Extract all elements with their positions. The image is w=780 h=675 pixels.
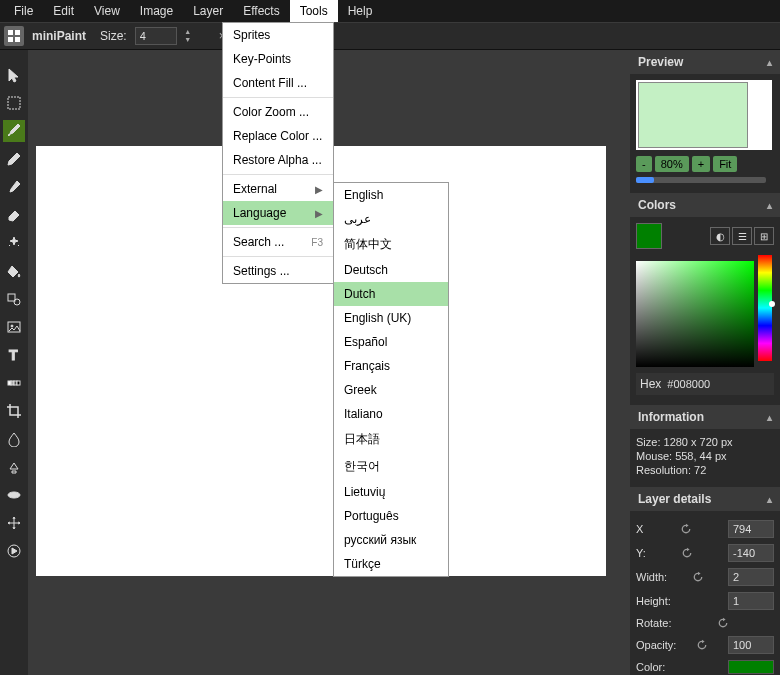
move-tool[interactable] (3, 512, 25, 534)
color-gradient[interactable] (636, 261, 754, 367)
fill-tool[interactable] (3, 260, 25, 282)
pencil-tool[interactable] (3, 148, 25, 170)
opacity-input[interactable] (728, 636, 774, 654)
brand-name: miniPaint (32, 29, 86, 43)
lang-item[interactable]: 한국어 (334, 453, 448, 480)
menu-image[interactable]: Image (130, 0, 183, 22)
zoom-out-button[interactable]: - (636, 156, 652, 172)
play-tool[interactable] (3, 540, 25, 562)
lang-item[interactable]: Greek (334, 378, 448, 402)
preview-thumbnail[interactable] (638, 82, 748, 148)
menu-tools[interactable]: Tools (290, 0, 338, 22)
color-mode-circle[interactable]: ◐ (710, 227, 730, 245)
eraser-tool[interactable] (3, 204, 25, 226)
tools-item-sprites[interactable]: Sprites (223, 23, 333, 47)
tools-item-search-[interactable]: Search ...F3 (223, 230, 333, 254)
lang-item[interactable]: Türkçe (334, 552, 448, 576)
text-tool[interactable]: T (3, 344, 25, 366)
lang-item[interactable]: English (UK) (334, 306, 448, 330)
hex-label: Hex (640, 377, 661, 391)
color-mode-list[interactable]: ☰ (732, 227, 752, 245)
tools-item-restore-alpha-[interactable]: Restore Alpha ... (223, 148, 333, 172)
image-tool[interactable] (3, 316, 25, 338)
menu-help[interactable]: Help (338, 0, 383, 22)
gradient-tool[interactable] (3, 372, 25, 394)
y-input[interactable] (728, 544, 774, 562)
reset-icon[interactable] (695, 638, 709, 652)
lang-item[interactable]: Deutsch (334, 258, 448, 282)
lang-item[interactable]: Lietuvių (334, 480, 448, 504)
layer-color-swatch[interactable] (728, 660, 774, 674)
zoom-slider[interactable] (636, 177, 766, 183)
magic-tool[interactable] (3, 232, 25, 254)
collapse-icon[interactable]: ▴ (767, 494, 772, 505)
menu-effects[interactable]: Effects (233, 0, 289, 22)
chevron-right-icon: ▶ (315, 208, 323, 219)
height-input[interactable] (728, 592, 774, 610)
x-input[interactable] (728, 520, 774, 538)
menu-layer[interactable]: Layer (183, 0, 233, 22)
layer-details-panel: Layer details▴ X Y: Width: Height: Rotat… (630, 487, 780, 675)
menu-file[interactable]: File (4, 0, 43, 22)
color-mode-grid[interactable]: ⊞ (754, 227, 774, 245)
lang-item[interactable]: Italiano (334, 402, 448, 426)
hex-input[interactable] (667, 378, 737, 390)
width-label: Width: (636, 571, 667, 583)
crop-tool[interactable] (3, 400, 25, 422)
tools-item-settings-[interactable]: Settings ... (223, 259, 333, 283)
width-input[interactable] (728, 568, 774, 586)
lang-item[interactable]: English (334, 183, 448, 207)
tools-item-replace-color-[interactable]: Replace Color ... (223, 124, 333, 148)
reset-icon[interactable] (691, 570, 705, 584)
tools-item-language[interactable]: Language▶ (223, 201, 333, 225)
blur-tool[interactable] (3, 428, 25, 450)
tools-item-content-fill-[interactable]: Content Fill ... (223, 71, 333, 95)
lang-item[interactable]: 简体中文 (334, 231, 448, 258)
lang-item[interactable]: Português (334, 504, 448, 528)
tools-item-color-zoom-[interactable]: Color Zoom ... (223, 100, 333, 124)
brush-tool[interactable] (3, 120, 25, 142)
select-tool[interactable] (3, 64, 25, 86)
info-mouse: Mouse: 558, 44 px (636, 449, 774, 463)
lang-item[interactable]: 日本語 (334, 426, 448, 453)
lang-item[interactable]: Español (334, 330, 448, 354)
eyedropper-tool[interactable] (3, 176, 25, 198)
reset-icon[interactable] (716, 616, 730, 630)
menu-view[interactable]: View (84, 0, 130, 22)
marquee-tool[interactable] (3, 92, 25, 114)
opacity-label: Opacity: (636, 639, 676, 651)
sharpen-tool[interactable] (3, 484, 25, 506)
tools-item-external[interactable]: External▶ (223, 177, 333, 201)
zoom-value[interactable]: 80% (655, 156, 689, 172)
collapse-icon[interactable]: ▴ (767, 412, 772, 423)
color-swatch[interactable] (636, 223, 662, 249)
size-spinner[interactable]: ▲▼ (183, 28, 193, 44)
tools-dropdown: SpritesKey-PointsContent Fill ...Color Z… (222, 22, 334, 284)
reset-icon[interactable] (679, 522, 693, 536)
size-input[interactable] (135, 27, 177, 45)
lang-item[interactable]: Français (334, 354, 448, 378)
reset-icon[interactable] (680, 546, 694, 560)
lang-item[interactable]: Dutch (334, 282, 448, 306)
lang-item[interactable]: عربى (334, 207, 448, 231)
collapse-icon[interactable]: ▴ (767, 57, 772, 68)
preview-title: Preview (638, 55, 683, 69)
app-logo (4, 26, 24, 46)
menu-edit[interactable]: Edit (43, 0, 84, 22)
shapes-tool[interactable] (3, 288, 25, 310)
zoom-in-button[interactable]: + (692, 156, 710, 172)
lang-item[interactable]: русский язык (334, 528, 448, 552)
layer-details-title: Layer details (638, 492, 711, 506)
svg-rect-5 (8, 294, 15, 301)
zoom-fit-button[interactable]: Fit (713, 156, 737, 172)
collapse-icon[interactable]: ▴ (767, 200, 772, 211)
hue-strip[interactable] (758, 255, 772, 361)
colors-panel: Colors▴ ◐ ☰ ⊞ Hex (630, 193, 780, 401)
svg-text:T: T (9, 347, 18, 363)
language-dropdown: Englishعربى简体中文DeutschDutchEnglish (UK)E… (333, 182, 449, 577)
clone-tool[interactable] (3, 456, 25, 478)
tools-item-key-points[interactable]: Key-Points (223, 47, 333, 71)
menubar: FileEditViewImageLayerEffectsToolsHelp (0, 0, 780, 22)
height-label: Height: (636, 595, 671, 607)
svg-rect-13 (17, 381, 20, 385)
